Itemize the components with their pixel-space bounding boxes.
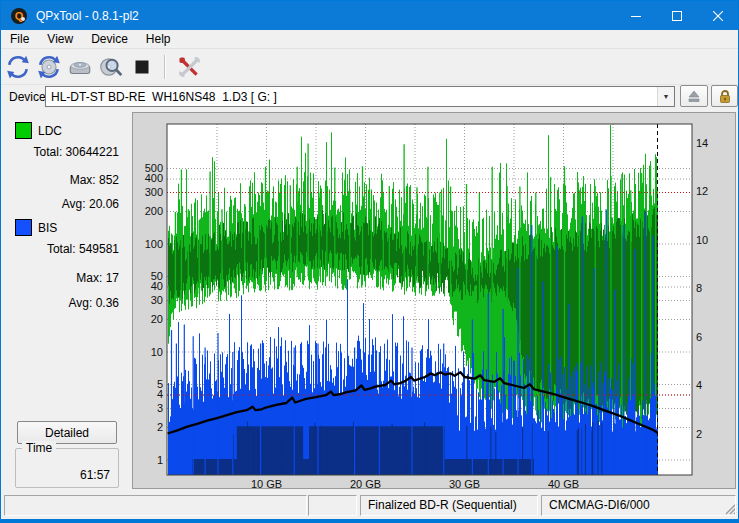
status-panel-2: Finalized BD-R (Sequential) xyxy=(360,495,538,516)
right-axis-tick: 10 xyxy=(696,234,726,246)
app-icon: Q xyxy=(10,7,28,25)
menu-item-help[interactable]: Help xyxy=(137,30,180,48)
drive-icon xyxy=(67,54,93,80)
menu-item-device[interactable]: Device xyxy=(82,30,137,48)
left-axis-tick: 20 xyxy=(133,313,163,325)
right-axis-tick: 6 xyxy=(696,331,726,343)
ldc-total: Total: 30644221 xyxy=(9,145,119,159)
left-axis-tick: 3 xyxy=(133,402,163,414)
eject-button[interactable] xyxy=(680,85,708,107)
status-panel-3: CMCMAG-DI6/000 xyxy=(541,495,736,516)
bis-label: BIS xyxy=(38,221,57,235)
refresh-icon xyxy=(5,54,31,80)
x-axis-tick: 40 GB xyxy=(542,478,586,490)
left-axis-tick: 100 xyxy=(133,238,163,250)
menu-bar: FileViewDeviceHelp xyxy=(1,30,738,49)
x-axis-tick: 20 GB xyxy=(344,478,388,490)
bis-max: Max: 17 xyxy=(9,271,119,285)
time-value: 61:57 xyxy=(80,468,110,482)
left-axis-tick: 30 xyxy=(133,294,163,306)
status-panel-0 xyxy=(4,495,307,516)
media-test-icon xyxy=(98,54,124,80)
right-axis-tick: 2 xyxy=(696,428,726,440)
minimize-button[interactable] xyxy=(615,1,656,30)
lock-button[interactable] xyxy=(711,85,738,107)
eject-icon xyxy=(687,89,701,103)
title-bar: Q QPxTool - 0.8.1-pl2 xyxy=(1,1,738,30)
right-axis-tick: 12 xyxy=(696,185,726,197)
quality-graph xyxy=(133,113,735,488)
main-content: LDC Total: 30644221 Max: 852 Avg: 20.06 … xyxy=(1,109,738,492)
scan-disc-icon xyxy=(36,54,62,80)
device-combobox[interactable]: HL-DT-ST BD-RE WH16NS48 1.D3 [ G: ] ▼ xyxy=(45,86,675,107)
bis-total: Total: 549581 xyxy=(9,242,119,256)
time-groupbox: Time 61:57 xyxy=(15,448,119,488)
ldc-label: LDC xyxy=(38,124,62,138)
preferences-icon xyxy=(176,54,202,80)
chevron-down-icon[interactable]: ▼ xyxy=(657,87,674,106)
toolbar-separator xyxy=(164,55,166,79)
results-sidebar: LDC Total: 30644221 Max: 852 Avg: 20.06 … xyxy=(1,109,131,492)
left-axis-tick: 400 xyxy=(133,172,163,184)
left-axis-tick: 10 xyxy=(133,346,163,358)
stop-button[interactable] xyxy=(128,53,156,81)
left-axis-tick: 40 xyxy=(133,280,163,292)
stop-icon xyxy=(129,54,155,80)
x-axis-tick: 10 GB xyxy=(245,478,289,490)
left-axis-tick: 200 xyxy=(133,205,163,217)
refresh-button[interactable] xyxy=(4,53,32,81)
right-axis-tick: 4 xyxy=(696,379,726,391)
right-axis-tick: 8 xyxy=(696,282,726,294)
preferences-button[interactable] xyxy=(175,53,203,81)
device-label: Device: xyxy=(9,90,49,104)
left-axis-tick: 1 xyxy=(133,454,163,466)
left-axis-tick: 300 xyxy=(133,186,163,198)
bis-swatch xyxy=(15,219,32,236)
ldc-swatch xyxy=(15,122,32,139)
menu-item-view[interactable]: View xyxy=(38,30,82,48)
lock-icon xyxy=(718,89,732,104)
scan-disc-button[interactable] xyxy=(35,53,63,81)
ldc-max: Max: 852 xyxy=(9,173,119,187)
left-axis-tick: 2 xyxy=(133,421,163,433)
device-bar: Device: HL-DT-ST BD-RE WH16NS48 1.D3 [ G… xyxy=(1,85,738,109)
bis-avg: Avg: 0.36 xyxy=(9,296,119,310)
window-title: QPxTool - 0.8.1-pl2 xyxy=(36,9,615,23)
quality-graph-panel: 500400300200100504030201054321 141210864… xyxy=(132,112,736,489)
close-button[interactable] xyxy=(697,1,738,30)
menu-item-file[interactable]: File xyxy=(1,30,38,48)
maximize-button[interactable] xyxy=(656,1,697,30)
tool-bar xyxy=(1,49,738,85)
status-bar: Finalized BD-R (Sequential)CMCMAG-DI6/00… xyxy=(1,492,738,520)
status-panel-1 xyxy=(308,495,357,516)
right-axis-tick: 14 xyxy=(696,137,726,149)
left-axis-tick: 4 xyxy=(133,388,163,400)
media-test-button[interactable] xyxy=(97,53,125,81)
qpxtool-window: Q QPxTool - 0.8.1-pl2 FileViewDeviceHelp… xyxy=(0,0,739,523)
ldc-avg: Avg: 20.06 xyxy=(9,197,119,211)
drive-info-button[interactable] xyxy=(66,53,94,81)
device-combobox-value: HL-DT-ST BD-RE WH16NS48 1.D3 [ G: ] xyxy=(51,90,277,104)
x-axis-tick: 30 GB xyxy=(443,478,487,490)
time-label: Time xyxy=(22,441,56,455)
